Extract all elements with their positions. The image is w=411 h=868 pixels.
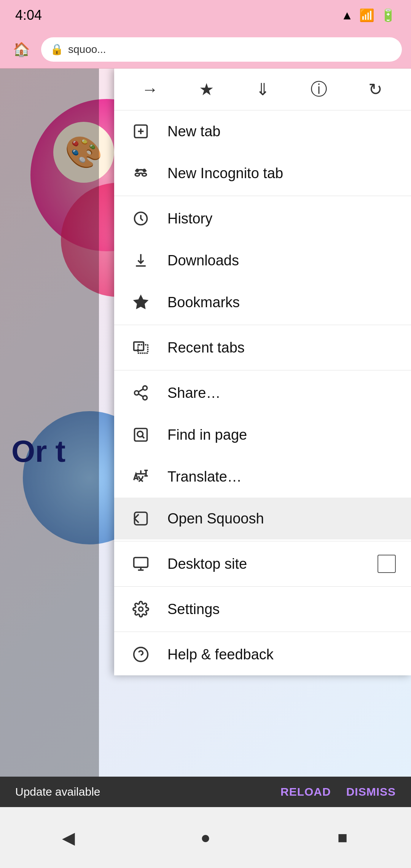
home-button[interactable]: 🏠 xyxy=(9,37,33,62)
menu-item-label-translate: Translate… xyxy=(167,469,396,485)
refresh-button[interactable]: ↻ xyxy=(360,74,390,105)
menu-divider xyxy=(114,586,411,587)
back-button[interactable]: ◀ xyxy=(53,822,84,853)
svg-point-6 xyxy=(136,169,139,172)
menu-item-bookmarks[interactable]: Bookmarks xyxy=(114,281,411,323)
menu-item-label-settings: Settings xyxy=(167,601,396,617)
overlay-dim xyxy=(0,69,99,868)
svg-point-4 xyxy=(142,173,147,176)
status-time: 4:04 xyxy=(15,7,42,23)
signal-icon: ▲ xyxy=(341,8,353,22)
svg-line-16 xyxy=(139,394,143,397)
svg-line-17 xyxy=(139,389,143,392)
svg-point-3 xyxy=(135,173,139,176)
menu-divider xyxy=(114,196,411,196)
circle-icon: ● xyxy=(201,828,211,847)
bookmarks-icon xyxy=(129,291,152,314)
menu-item-share[interactable]: Share… xyxy=(114,372,411,414)
open-squoosh-icon xyxy=(129,507,152,530)
menu-divider xyxy=(114,541,411,541)
dismiss-button[interactable]: DISMISS xyxy=(346,785,396,798)
refresh-icon: ↻ xyxy=(368,80,382,99)
update-actions: RELOAD DISMISS xyxy=(280,785,396,798)
wifi-icon: 📶 xyxy=(359,8,374,22)
share-icon xyxy=(129,381,152,404)
menu-item-help-feedback[interactable]: Help & feedback xyxy=(114,633,411,675)
desktop-site-checkbox[interactable] xyxy=(378,555,396,573)
info-button[interactable]: ⓘ xyxy=(304,74,334,105)
bookmark-button[interactable]: ★ xyxy=(191,74,221,105)
lock-icon: 🔒 xyxy=(50,43,64,56)
menu-item-open-squoosh[interactable]: Open Squoosh xyxy=(114,498,411,539)
update-bar: Update available RELOAD DISMISS xyxy=(0,777,411,807)
url-bar[interactable]: 🔒 squoo... xyxy=(41,37,402,62)
incognito-icon xyxy=(129,162,152,185)
svg-point-19 xyxy=(137,431,143,437)
forward-button[interactable]: → xyxy=(135,74,165,105)
menu-item-label-help-feedback: Help & feedback xyxy=(167,646,396,663)
translate-icon xyxy=(129,465,152,488)
address-bar: 🏠 🔒 squoo... xyxy=(0,30,411,69)
menu-item-desktop-site[interactable]: Desktop site xyxy=(114,543,411,585)
bookmark-star-icon: ★ xyxy=(199,80,214,99)
menu-item-label-new-incognito-tab: New Incognito tab xyxy=(167,165,396,182)
menu-item-history[interactable]: History xyxy=(114,198,411,239)
settings-icon xyxy=(129,598,152,621)
menu-item-label-open-squoosh: Open Squoosh xyxy=(167,511,396,527)
update-message: Update available xyxy=(15,785,100,798)
battery-icon: 🔋 xyxy=(381,8,396,22)
back-icon: ◀ xyxy=(62,828,75,847)
download-icon: ⇓ xyxy=(256,80,270,99)
menu-item-label-desktop-site: Desktop site xyxy=(167,556,378,572)
menu-item-label-history: History xyxy=(167,211,396,227)
menu-item-find-in-page[interactable]: Find in page xyxy=(114,414,411,456)
reload-button[interactable]: RELOAD xyxy=(280,785,331,798)
menu-item-settings[interactable]: Settings xyxy=(114,588,411,630)
history-icon xyxy=(129,207,152,230)
svg-marker-10 xyxy=(134,295,148,309)
download-toolbar-button[interactable]: ⇓ xyxy=(247,74,278,105)
forward-icon: → xyxy=(142,80,158,99)
page-background: 🎨 Or t → ★ ⇓ ⓘ ↻ New tabNew Incognito ta… xyxy=(0,69,411,868)
menu-item-label-downloads: Downloads xyxy=(167,252,396,269)
status-bar: 4:04 ▲ 📶 🔋 xyxy=(0,0,411,30)
url-text: squoo... xyxy=(68,43,106,56)
recent-tabs-icon xyxy=(129,336,152,359)
svg-point-13 xyxy=(143,386,147,390)
svg-rect-18 xyxy=(135,429,147,441)
menu-divider xyxy=(114,632,411,632)
menu-item-translate[interactable]: Translate… xyxy=(114,456,411,498)
circle-button[interactable]: ● xyxy=(190,822,221,853)
context-menu: → ★ ⇓ ⓘ ↻ New tabNew Incognito tabHistor… xyxy=(114,69,411,675)
home-icon: 🏠 xyxy=(13,41,30,57)
menu-item-new-incognito-tab[interactable]: New Incognito tab xyxy=(114,152,411,194)
svg-rect-21 xyxy=(135,512,147,525)
svg-point-7 xyxy=(143,169,145,172)
svg-point-14 xyxy=(135,391,139,395)
help-icon xyxy=(129,643,152,666)
menu-item-label-find-in-page: Find in page xyxy=(167,427,396,443)
menu-items: New tabNew Incognito tabHistoryDownloads… xyxy=(114,110,411,675)
svg-point-15 xyxy=(143,396,147,400)
svg-point-25 xyxy=(139,607,143,611)
downloads-icon xyxy=(129,249,152,272)
square-icon: ■ xyxy=(338,828,348,847)
desktop-icon xyxy=(129,552,152,575)
new-tab-icon xyxy=(129,120,152,143)
info-icon: ⓘ xyxy=(311,78,327,101)
menu-divider xyxy=(114,370,411,370)
menu-item-recent-tabs[interactable]: Recent tabs xyxy=(114,327,411,369)
menu-item-label-bookmarks: Bookmarks xyxy=(167,294,396,311)
find-icon xyxy=(129,423,152,446)
svg-rect-22 xyxy=(134,558,148,568)
svg-line-20 xyxy=(142,436,145,439)
menu-item-label-new-tab: New tab xyxy=(167,123,396,140)
menu-toolbar: → ★ ⇓ ⓘ ↻ xyxy=(114,69,411,110)
square-button[interactable]: ■ xyxy=(327,822,358,853)
menu-item-new-tab[interactable]: New tab xyxy=(114,110,411,152)
nav-bar: ◀ ● ■ xyxy=(0,807,411,868)
menu-item-label-share: Share… xyxy=(167,385,396,401)
menu-item-downloads[interactable]: Downloads xyxy=(114,239,411,281)
menu-divider xyxy=(114,325,411,325)
status-icons: ▲ 📶 🔋 xyxy=(341,8,396,22)
